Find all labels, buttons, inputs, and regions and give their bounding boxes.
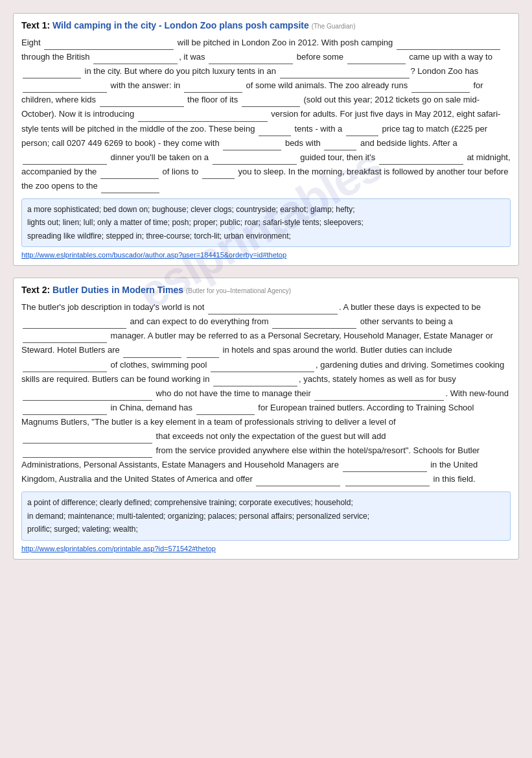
blank xyxy=(138,113,268,122)
blank xyxy=(23,434,152,444)
blank xyxy=(280,69,410,78)
blank xyxy=(184,84,242,93)
blank xyxy=(187,349,219,358)
text2-main-title: Butler Duties in Modern Times xyxy=(52,285,183,295)
blank xyxy=(23,156,107,165)
blank xyxy=(23,334,107,343)
blank xyxy=(242,98,300,107)
blank xyxy=(44,41,174,50)
blank xyxy=(397,41,500,50)
text2-section: Text 2: Butler Duties in Modern Times (B… xyxy=(13,278,519,559)
blank xyxy=(209,55,293,64)
blank xyxy=(101,184,159,193)
blank xyxy=(213,377,297,386)
text1-main-title: Wild camping in the city - London Zoo pl… xyxy=(52,20,309,30)
blank xyxy=(213,156,297,165)
text2-body: The butler's job description in today's … xyxy=(21,300,511,486)
text2-source: (Butler for you–International Agency) xyxy=(186,287,291,294)
text2-label: Text 2: xyxy=(21,285,50,295)
blank xyxy=(196,406,255,415)
blank xyxy=(23,84,107,93)
blank xyxy=(256,477,340,486)
blank xyxy=(345,477,430,486)
blank xyxy=(23,406,107,415)
blank xyxy=(211,363,314,372)
blank xyxy=(123,349,181,358)
blank xyxy=(23,363,107,372)
blank xyxy=(324,141,356,150)
blank xyxy=(208,305,338,314)
blank xyxy=(23,69,81,78)
text1-section: Text 1: Wild camping in the city - Londo… xyxy=(13,13,519,266)
blank xyxy=(23,449,152,458)
blank xyxy=(314,392,444,401)
blank xyxy=(100,98,184,107)
blank xyxy=(379,156,463,165)
blank xyxy=(23,320,126,329)
blank xyxy=(202,170,235,179)
text2-word-box: a point of difference; clearly defined; … xyxy=(21,492,511,540)
blank xyxy=(346,127,378,136)
blank xyxy=(259,127,291,136)
blank xyxy=(100,170,159,179)
text2-link[interactable]: http://www.eslprintables.com/printable.a… xyxy=(21,545,511,552)
blank xyxy=(93,55,178,64)
blank xyxy=(347,55,406,64)
blank xyxy=(411,84,470,93)
text2-title: Text 2: Butler Duties in Modern Times (B… xyxy=(21,285,511,295)
text1-source: (The Guardian) xyxy=(312,23,356,30)
blank xyxy=(23,392,152,401)
text1-body: Eight will be pitched in London Zoo in 2… xyxy=(21,36,511,193)
text1-label: Text 1: xyxy=(21,20,50,30)
blank xyxy=(272,320,356,329)
text1-title: Text 1: Wild camping in the city - Londo… xyxy=(21,20,511,30)
text1-word-box: a more sophisticated; bed down on; bugho… xyxy=(21,198,511,247)
blank xyxy=(223,141,281,150)
text1-link[interactable]: http://www.eslprintables.com/buscador/au… xyxy=(21,251,511,259)
blank xyxy=(343,463,427,472)
